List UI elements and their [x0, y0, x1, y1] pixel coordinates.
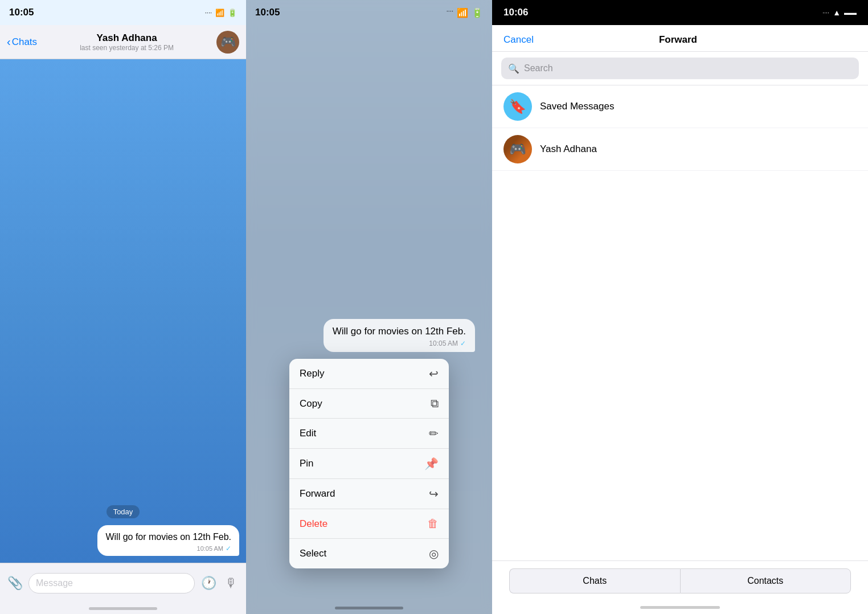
search-placeholder: Search	[524, 63, 553, 73]
mic-button[interactable]: 🎙	[222, 574, 240, 592]
back-label[interactable]: Chats	[12, 36, 37, 48]
tab-contacts-label: Contacts	[747, 576, 783, 586]
preview-check-icon: ✓	[460, 339, 466, 347]
context-menu-panel: 10:05 ···· 📶 🔋 Will go for movies on 12t…	[246, 0, 492, 614]
menu-item-edit[interactable]: Edit ✏	[289, 419, 449, 449]
message-bubble[interactable]: Will go for movies on 12th Feb. 10:05 AM…	[97, 525, 239, 556]
list-item-yash[interactable]: 🎮 Yash Adhana	[492, 128, 868, 171]
chat-header-info: Yash Adhana last seen yesterday at 5:26 …	[42, 32, 212, 52]
context-home-bar	[335, 607, 403, 609]
forward-panel: 10:06 ···· ▲ ▬▬ Cancel Forward 🔍 Search	[492, 0, 868, 614]
tab-chats-label: Chats	[583, 576, 607, 586]
forward-search-bar: 🔍 Search	[492, 52, 868, 85]
saved-messages-avatar: 🔖	[503, 92, 532, 121]
menu-pin-label: Pin	[300, 458, 314, 469]
fwd-signal-icon: ····	[822, 9, 829, 16]
chat-body: Today Will go for movies on 12th Feb. 10…	[0, 59, 246, 563]
attach-icon: 📎	[7, 576, 23, 591]
menu-item-pin[interactable]: Pin 📌	[289, 449, 449, 479]
forward-icon: ↪	[429, 487, 439, 501]
yash-avatar-emoji: 🎮	[509, 141, 526, 157]
select-icon: ◎	[429, 547, 439, 560]
forward-status-icons: ···· ▲ ▬▬	[822, 8, 857, 17]
yash-avatar: 🎮	[503, 135, 532, 163]
message-time: 10:05 AM	[197, 545, 223, 552]
forward-home-bar	[640, 606, 720, 609]
input-placeholder: Message	[36, 578, 73, 588]
chat-panel: 10:05 ···· 📶 🔋 ‹ Chats Yash Adhana last …	[0, 0, 246, 614]
menu-item-select[interactable]: Select ◎	[289, 539, 449, 568]
status-bar: 10:05 ···· 📶 🔋	[0, 0, 246, 25]
date-badge: Today	[107, 505, 140, 518]
forward-home-indicator	[492, 600, 868, 614]
preview-text: Will go for movies on 12th Feb.	[333, 326, 466, 337]
forward-sheet: Cancel Forward 🔍 Search 🔖 Saved Messages	[492, 25, 868, 614]
message-preview: Will go for movies on 12th Feb. 10:05 AM…	[324, 319, 475, 352]
avatar-emoji: 🎮	[220, 35, 236, 50]
context-menu: Reply ↩ Copy ⧉ Edit ✏ Pin 📌 Forward ↪ De…	[289, 359, 449, 568]
forward-bottom-tabs: Chats Contacts	[492, 560, 868, 600]
message-input[interactable]: Message	[28, 573, 195, 593]
tab-chats[interactable]: Chats	[509, 568, 680, 593]
emoji-button[interactable]: 🕐	[199, 574, 218, 592]
menu-edit-label: Edit	[300, 428, 316, 439]
search-icon: 🔍	[508, 63, 519, 74]
menu-item-forward[interactable]: Forward ↪	[289, 479, 449, 509]
menu-select-label: Select	[300, 548, 326, 559]
fwd-wifi-icon: ▲	[833, 8, 841, 17]
clock-icon: 🕐	[201, 576, 216, 591]
preview-time: 10:05 AM	[429, 339, 458, 347]
menu-item-copy[interactable]: Copy ⧉	[289, 389, 449, 419]
status-time: 10:05	[9, 7, 34, 18]
avatar[interactable]: 🎮	[216, 31, 239, 54]
saved-messages-name: Saved Messages	[540, 101, 614, 112]
cancel-button[interactable]: Cancel	[503, 34, 534, 46]
menu-copy-label: Copy	[300, 398, 322, 410]
read-check-icon: ✓	[226, 545, 231, 552]
wifi-icon: 📶	[215, 9, 224, 17]
tab-contacts[interactable]: Contacts	[680, 568, 851, 593]
copy-icon: ⧉	[431, 397, 439, 410]
menu-item-delete[interactable]: Delete 🗑	[289, 509, 449, 539]
yash-name: Yash Adhana	[540, 144, 597, 155]
home-indicator	[0, 603, 246, 614]
chevron-left-icon: ‹	[7, 35, 11, 48]
menu-forward-label: Forward	[300, 488, 335, 500]
attach-button[interactable]: 📎	[6, 574, 24, 592]
status-icons: ···· 📶 🔋	[205, 9, 237, 17]
preview-meta: 10:05 AM ✓	[333, 339, 466, 347]
forward-title: Forward	[659, 34, 697, 46]
delete-icon: 🗑	[427, 517, 439, 530]
contact-status: last seen yesterday at 5:26 PM	[80, 44, 174, 52]
forward-list: 🔖 Saved Messages 🎮 Yash Adhana	[492, 85, 868, 560]
message-meta: 10:05 AM ✓	[105, 545, 231, 552]
chat-header: ‹ Chats Yash Adhana last seen yesterday …	[0, 25, 246, 59]
message-text: Will go for movies on 12th Feb.	[105, 532, 231, 542]
edit-icon: ✏	[429, 427, 439, 440]
menu-item-reply[interactable]: Reply ↩	[289, 359, 449, 389]
home-bar	[89, 607, 157, 610]
fwd-battery-icon: ▬▬	[844, 9, 857, 16]
contact-name: Yash Adhana	[96, 32, 157, 44]
menu-delete-label: Delete	[300, 518, 327, 530]
forward-status-bar: 10:06 ···· ▲ ▬▬	[492, 0, 868, 25]
menu-reply-label: Reply	[300, 368, 324, 379]
chat-input-bar: 📎 Message 🕐 🎙	[0, 563, 246, 603]
reply-icon: ↩	[429, 367, 439, 380]
forward-status-time: 10:06	[503, 7, 528, 18]
signal-icon: ····	[205, 9, 212, 16]
back-button[interactable]: ‹ Chats	[7, 35, 37, 48]
context-content: Will go for movies on 12th Feb. 10:05 AM…	[246, 0, 492, 614]
bookmark-icon: 🔖	[509, 99, 526, 114]
mic-icon: 🎙	[225, 576, 238, 591]
forward-header: Cancel Forward	[492, 25, 868, 52]
pin-icon: 📌	[424, 457, 439, 470]
search-input-container[interactable]: 🔍 Search	[501, 58, 859, 79]
battery-icon: 🔋	[228, 9, 237, 17]
list-item-saved-messages[interactable]: 🔖 Saved Messages	[492, 85, 868, 128]
